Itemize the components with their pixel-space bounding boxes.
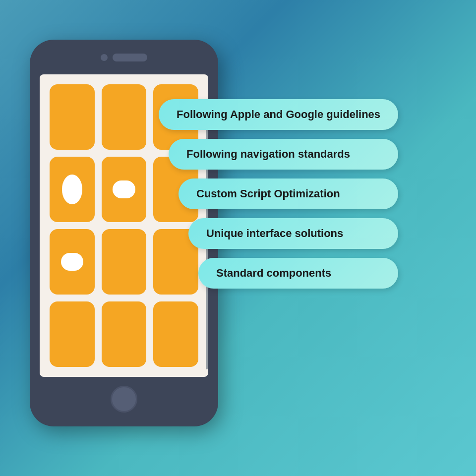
app-icon-4-2 — [102, 301, 147, 367]
background: Following Apple and Google guidelines Fo… — [0, 0, 476, 476]
feature-label-1: Following Apple and Google guidelines — [159, 99, 398, 130]
phone-home-button — [111, 386, 137, 413]
app-icon-1-1 — [50, 84, 95, 150]
app-icon-4-3 — [153, 301, 198, 367]
app-icon-1-2 — [102, 84, 147, 150]
feature-label-2: Following navigation standards — [169, 139, 398, 170]
feature-labels-container: Following Apple and Google guidelines Fo… — [159, 99, 398, 289]
app-icon-2-2 — [102, 157, 147, 222]
app-icon-2-1 — [50, 157, 95, 222]
phone-camera — [101, 54, 147, 61]
app-icon-3-2 — [102, 229, 147, 295]
app-icon-3-1 — [50, 229, 95, 295]
phone-speaker — [113, 54, 147, 61]
phone-camera-dot — [101, 54, 108, 61]
app-icon-4-1 — [50, 301, 95, 367]
feature-label-5: Standard components — [198, 258, 398, 289]
feature-label-4: Unique interface solutions — [188, 218, 398, 249]
feature-label-3: Custom Script Optimization — [178, 178, 398, 209]
